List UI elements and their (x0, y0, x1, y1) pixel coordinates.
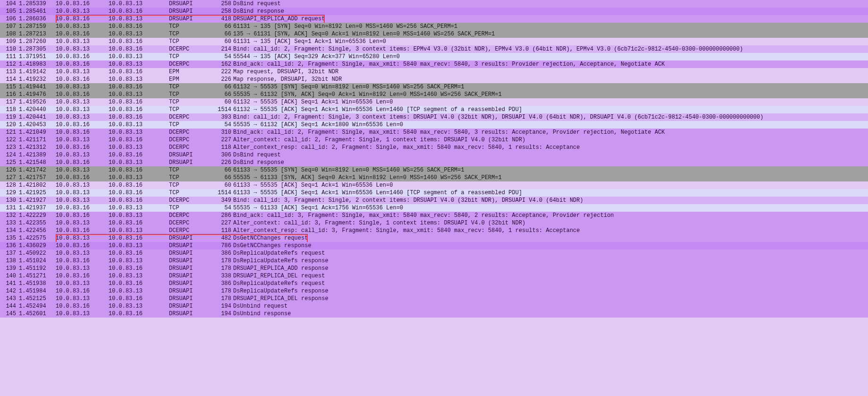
packet-row[interactable]: 1051.28546110.0.83.1310.0.83.16DRSUAPI25… (0, 8, 868, 15)
packet-row[interactable]: 1211.42104910.0.83.1610.0.83.13DCERPC310… (0, 129, 868, 136)
col-destination: 10.0.83.13 (109, 227, 169, 234)
col-destination: 10.0.83.16 (109, 68, 169, 76)
col-info: DsReplicaUpdateRefs request (233, 250, 866, 257)
packet-row[interactable]: 1281.42180210.0.83.1310.0.83.16TCP606113… (0, 181, 868, 189)
packet-row[interactable]: 1181.42044010.0.83.1310.0.83.16TCP151461… (0, 106, 868, 113)
packet-row[interactable]: 1441.45249410.0.83.1610.0.83.13DRSUAPI19… (0, 302, 868, 310)
col-info: 61132 → 55535 [ACK] Seq=1 Ack=1 Win=6553… (233, 98, 866, 106)
col-destination: 10.0.83.16 (109, 197, 169, 204)
packet-row[interactable]: 1411.45193810.0.83.1310.0.83.16DRSUAPI38… (0, 280, 868, 287)
packet-row[interactable]: 1291.42192510.0.83.1310.0.83.16TCP151461… (0, 189, 868, 197)
col-destination: 10.0.83.13 (109, 302, 169, 310)
col-info: Bind: call_id: 2, Fragment: Single, 3 co… (233, 45, 866, 53)
packet-row[interactable]: 1071.28715910.0.83.1310.0.83.16TCP666113… (0, 23, 868, 30)
col-destination: 10.0.83.13 (109, 91, 169, 98)
packet-row[interactable]: 1381.45102410.0.83.1610.0.83.13DRSUAPI17… (0, 257, 868, 265)
col-source: 10.0.83.13 (56, 113, 109, 121)
packet-row[interactable]: 1141.41923210.0.83.1610.0.83.13EPM226Map… (0, 76, 868, 83)
col-no: 116 (2, 91, 19, 98)
packet-row[interactable]: 1301.42192710.0.83.1310.0.83.16DCERPC349… (0, 197, 868, 204)
col-destination: 10.0.83.13 (109, 212, 169, 219)
col-length: 226 (215, 76, 233, 83)
col-info: Bind: call_id: 3, Fragment: Single, 2 co… (233, 197, 866, 204)
packet-row[interactable]: 1041.28533910.0.83.1610.0.83.13DRSUAPI25… (0, 0, 868, 8)
col-no: 124 (2, 151, 19, 159)
packet-row[interactable]: 1131.41914210.0.83.1310.0.83.16EPM222Map… (0, 68, 868, 76)
col-info: Alter_context: call_id: 3, Fragment: Sin… (233, 219, 866, 227)
packet-row[interactable]: 1151.41944110.0.83.1310.0.83.16TCP666113… (0, 83, 868, 91)
col-info: DsReplicaUpdateRefs response (233, 257, 866, 265)
col-time: 1.421927 (19, 197, 56, 204)
packet-row[interactable]: 1241.42138910.0.83.1310.0.83.16DRSUAPI30… (0, 151, 868, 159)
col-time: 1.450922 (19, 250, 56, 257)
packet-row[interactable]: 1321.42222910.0.83.1610.0.83.13DCERPC286… (0, 212, 868, 219)
packet-row[interactable]: 1261.42174210.0.83.1310.0.83.16TCP666113… (0, 166, 868, 174)
packet-row[interactable]: 1221.42117110.0.83.1310.0.83.16DCERPC227… (0, 136, 868, 144)
col-time: 1.421925 (19, 189, 56, 197)
packet-row[interactable]: 1161.41947610.0.83.1610.0.83.13TCP665553… (0, 91, 868, 98)
col-destination: 10.0.83.13 (109, 15, 169, 23)
packet-row[interactable]: 1061.28603610.0.83.1610.0.83.13DRSUAPI41… (0, 15, 868, 23)
col-time: 1.421802 (19, 181, 56, 189)
col-destination: 10.0.83.13 (109, 0, 169, 8)
col-no: 107 (2, 23, 19, 30)
col-protocol: TCP (169, 106, 215, 113)
col-length: 66 (215, 91, 233, 98)
col-length: 418 (215, 15, 233, 23)
col-protocol: TCP (169, 98, 215, 106)
packet-row[interactable]: 1351.42257510.0.83.1310.0.83.16DRSUAPI48… (0, 234, 868, 242)
packet-row[interactable]: 1251.42154810.0.83.1610.0.83.13DRSUAPI22… (0, 159, 868, 166)
col-time: 1.287260 (19, 38, 56, 45)
packet-row[interactable]: 1121.41898310.0.83.1610.0.83.13DCERPC162… (0, 60, 868, 68)
col-info: Alter_context_resp: call_id: 3, Fragment… (233, 227, 866, 234)
col-length: 66 (215, 166, 233, 174)
packet-row[interactable]: 1421.45198410.0.83.1610.0.83.13DRSUAPI17… (0, 287, 868, 295)
col-destination: 10.0.83.16 (109, 189, 169, 197)
col-time: 1.451192 (19, 265, 56, 272)
col-destination: 10.0.83.13 (109, 287, 169, 295)
packet-row[interactable]: 1271.42175710.0.83.1610.0.83.13TCP665553… (0, 174, 868, 181)
packet-list[interactable]: 1041.28533910.0.83.1610.0.83.13DRSUAPI25… (0, 0, 868, 318)
packet-row[interactable]: 1371.45092210.0.83.1310.0.83.16DRSUAPI38… (0, 250, 868, 257)
packet-row[interactable]: 1431.45212510.0.83.1310.0.83.16DRSUAPI17… (0, 295, 868, 302)
col-info: DsUnbind response (233, 310, 866, 318)
col-no: 131 (2, 204, 19, 212)
col-destination: 10.0.83.16 (109, 219, 169, 227)
col-destination: 10.0.83.16 (109, 136, 169, 144)
col-length: 118 (215, 144, 233, 151)
packet-row[interactable]: 1361.43602910.0.83.1610.0.83.13DRSUAPI78… (0, 242, 868, 250)
packet-row[interactable]: 1091.28726010.0.83.1310.0.83.16TCP606113… (0, 38, 868, 45)
packet-row[interactable]: 1311.42193710.0.83.1610.0.83.13TCP545553… (0, 204, 868, 212)
col-time: 1.287159 (19, 23, 56, 30)
col-source: 10.0.83.16 (56, 242, 109, 250)
col-source: 10.0.83.16 (56, 272, 109, 280)
packet-row[interactable]: 1201.42045310.0.83.1610.0.83.13TCP545553… (0, 121, 868, 129)
col-length: 178 (215, 295, 233, 302)
col-destination: 10.0.83.13 (109, 53, 169, 60)
col-protocol: TCP (169, 91, 215, 98)
packet-row[interactable]: 1081.28721310.0.83.1610.0.83.13TCP66135 … (0, 30, 868, 38)
col-length: 54 (215, 121, 233, 129)
col-length: 60 (215, 181, 233, 189)
col-source: 10.0.83.16 (56, 53, 109, 60)
col-time: 1.285339 (19, 0, 56, 8)
packet-row[interactable]: 1451.45260110.0.83.1310.0.83.16DRSUAPI19… (0, 310, 868, 318)
col-destination: 10.0.83.16 (109, 166, 169, 174)
col-source: 10.0.83.13 (56, 83, 109, 91)
packet-row[interactable]: 1191.42044110.0.83.1310.0.83.16DCERPC393… (0, 113, 868, 121)
packet-row[interactable]: 1231.42131210.0.83.1610.0.83.13DCERPC118… (0, 144, 868, 151)
packet-row[interactable]: 1101.28730510.0.83.1310.0.83.16DCERPC214… (0, 45, 868, 53)
col-destination: 10.0.83.13 (109, 129, 169, 136)
col-info: 61131 → 135 [SYN] Seq=0 Win=8192 Len=0 M… (233, 23, 866, 30)
col-no: 135 (2, 234, 19, 242)
packet-row[interactable]: 1341.42245610.0.83.1610.0.83.13DCERPC118… (0, 227, 868, 234)
packet-row[interactable]: 1111.37195110.0.83.1610.0.83.13TCP545554… (0, 53, 868, 60)
packet-row[interactable]: 1331.42235510.0.83.1310.0.83.16DCERPC227… (0, 219, 868, 227)
col-no: 106 (2, 15, 19, 23)
packet-row[interactable]: 1391.45119210.0.83.1310.0.83.16DRSUAPI17… (0, 265, 868, 272)
col-time: 1.420441 (19, 113, 56, 121)
packet-row[interactable]: 1171.41952610.0.83.1310.0.83.16TCP606113… (0, 98, 868, 106)
packet-row[interactable]: 1401.45127110.0.83.1610.0.83.13DRSUAPI33… (0, 272, 868, 280)
col-protocol: DCERPC (169, 136, 215, 144)
col-info: DsReplicaUpdateRefs response (233, 287, 866, 295)
